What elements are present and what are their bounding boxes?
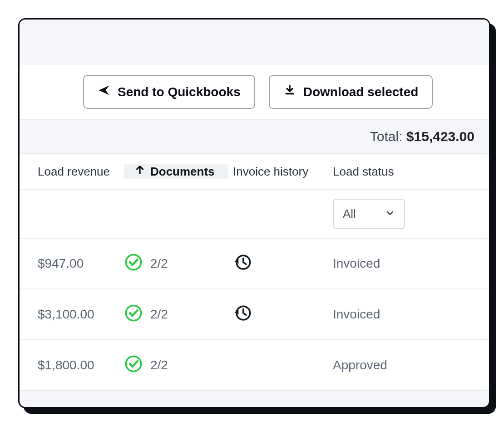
chevron-down-icon [385,207,395,221]
table-row[interactable]: $3,100.00 2/2 Invoiced [20,289,489,340]
app-frame: Send to Quickbooks Download selected Tot… [18,18,490,408]
cell-revenue: $947.00 [20,256,119,271]
cell-status: Approved [328,358,387,372]
check-circle-icon [124,354,143,377]
toolbar: Send to Quickbooks Download selected [20,65,489,120]
cell-history[interactable] [228,253,328,275]
download-selected-button[interactable]: Download selected [269,75,433,109]
table-row[interactable]: $1,800.00 2/2 Approved [20,340,489,391]
svg-point-7 [126,356,141,371]
header-load-revenue[interactable]: Load revenue [20,165,119,179]
status-filter-value: All [343,207,356,221]
cell-documents: 2/2 [119,354,228,377]
history-icon [233,253,252,275]
status-filter-select[interactable]: All [333,199,405,229]
send-label: Send to Quickbooks [118,85,241,99]
top-spacer [20,20,489,65]
svg-rect-0 [285,93,294,95]
cell-documents: 2/2 [119,253,228,275]
table: Load revenue Documents Invoice history L… [20,154,489,391]
download-label: Download selected [303,85,419,99]
cell-status: Invoiced [328,256,380,271]
total-label: Total: [370,129,406,144]
filter-row: All [20,190,489,239]
check-circle-icon [124,253,143,275]
cell-documents: 2/2 [119,304,228,326]
header-load-status[interactable]: Load status [328,165,394,179]
cell-revenue: $3,100.00 [20,307,119,322]
total-row: Total: $15,423.00 [20,120,489,154]
table-row[interactable]: $947.00 2/2 Invoiced [20,239,489,289]
check-circle-icon [124,304,143,326]
documents-count: 2/2 [150,358,168,372]
send-to-quickbooks-button[interactable]: Send to Quickbooks [83,75,255,109]
header-invoice-history[interactable]: Invoice history [228,165,328,179]
download-icon [283,84,296,100]
cell-revenue: $1,800.00 [20,358,119,372]
header-documents-label: Documents [150,165,215,179]
header-documents[interactable]: Documents [119,164,228,179]
cell-history[interactable] [228,304,328,326]
history-icon [233,304,252,326]
sort-asc-icon [134,164,146,179]
svg-point-1 [126,255,141,269]
documents-count: 2/2 [150,256,168,271]
send-icon [98,84,110,100]
cell-status: Invoiced [328,307,380,322]
svg-point-4 [126,305,141,320]
total-amount: $15,423.00 [406,129,474,144]
table-header: Load revenue Documents Invoice history L… [20,154,489,190]
documents-count: 2/2 [150,307,168,322]
